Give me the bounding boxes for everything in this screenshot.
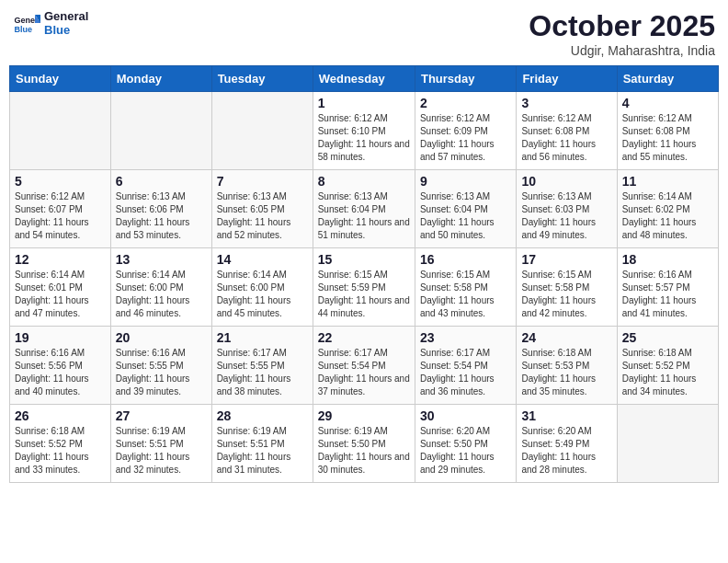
- week-row-5: 26Sunrise: 6:18 AM Sunset: 5:52 PM Dayli…: [10, 405, 719, 483]
- week-row-3: 12Sunrise: 6:14 AM Sunset: 6:01 PM Dayli…: [10, 248, 719, 327]
- calendar-cell: 17Sunrise: 6:15 AM Sunset: 5:58 PM Dayli…: [517, 248, 617, 327]
- day-info: Sunrise: 6:20 AM Sunset: 5:49 PM Dayligh…: [521, 425, 611, 477]
- column-header-wednesday: Wednesday: [313, 66, 415, 92]
- day-number: 4: [622, 96, 713, 110]
- calendar-cell: 24Sunrise: 6:18 AM Sunset: 5:53 PM Dayli…: [517, 327, 617, 405]
- calendar-cell: 21Sunrise: 6:17 AM Sunset: 5:55 PM Dayli…: [211, 327, 313, 405]
- calendar-cell: 14Sunrise: 6:14 AM Sunset: 6:00 PM Dayli…: [211, 248, 313, 327]
- day-number: 23: [420, 330, 511, 345]
- calendar-cell: [617, 405, 718, 483]
- day-info: Sunrise: 6:12 AM Sunset: 6:09 PM Dayligh…: [420, 112, 511, 164]
- day-info: Sunrise: 6:12 AM Sunset: 6:10 PM Dayligh…: [318, 112, 410, 164]
- day-number: 17: [521, 252, 611, 267]
- calendar-cell: 1Sunrise: 6:12 AM Sunset: 6:10 PM Daylig…: [313, 92, 415, 170]
- day-number: 22: [318, 330, 410, 345]
- day-number: 19: [15, 330, 106, 345]
- day-number: 21: [217, 330, 308, 345]
- day-number: 10: [521, 174, 611, 189]
- day-number: 9: [420, 174, 511, 189]
- logo-blue: Blue: [44, 23, 88, 37]
- month-title: October 2025: [529, 9, 715, 43]
- day-info: Sunrise: 6:14 AM Sunset: 6:02 PM Dayligh…: [622, 190, 713, 242]
- day-info: Sunrise: 6:15 AM Sunset: 5:58 PM Dayligh…: [420, 269, 511, 320]
- calendar-cell: 19Sunrise: 6:16 AM Sunset: 5:56 PM Dayli…: [10, 327, 111, 405]
- day-number: 18: [622, 252, 713, 267]
- calendar-cell: 7Sunrise: 6:13 AM Sunset: 6:05 PM Daylig…: [211, 170, 313, 248]
- week-row-1: 1Sunrise: 6:12 AM Sunset: 6:10 PM Daylig…: [10, 92, 719, 170]
- day-info: Sunrise: 6:13 AM Sunset: 6:05 PM Dayligh…: [217, 190, 308, 242]
- day-info: Sunrise: 6:16 AM Sunset: 5:57 PM Dayligh…: [622, 269, 713, 320]
- day-info: Sunrise: 6:12 AM Sunset: 6:08 PM Dayligh…: [521, 112, 611, 164]
- calendar-cell: 25Sunrise: 6:18 AM Sunset: 5:52 PM Dayli…: [617, 327, 718, 405]
- day-number: 29: [318, 408, 410, 423]
- day-info: Sunrise: 6:14 AM Sunset: 6:00 PM Dayligh…: [116, 269, 207, 320]
- day-info: Sunrise: 6:18 AM Sunset: 5:52 PM Dayligh…: [15, 425, 106, 477]
- calendar-cell: 8Sunrise: 6:13 AM Sunset: 6:04 PM Daylig…: [313, 170, 415, 248]
- calendar-cell: [10, 92, 111, 170]
- day-info: Sunrise: 6:15 AM Sunset: 5:59 PM Dayligh…: [318, 269, 410, 320]
- calendar-cell: 26Sunrise: 6:18 AM Sunset: 5:52 PM Dayli…: [10, 405, 111, 483]
- day-info: Sunrise: 6:20 AM Sunset: 5:50 PM Dayligh…: [420, 425, 511, 477]
- column-header-sunday: Sunday: [10, 66, 111, 92]
- calendar-cell: 20Sunrise: 6:16 AM Sunset: 5:55 PM Dayli…: [110, 327, 211, 405]
- calendar-cell: 31Sunrise: 6:20 AM Sunset: 5:49 PM Dayli…: [517, 405, 617, 483]
- week-row-2: 5Sunrise: 6:12 AM Sunset: 6:07 PM Daylig…: [10, 170, 719, 248]
- day-info: Sunrise: 6:16 AM Sunset: 5:56 PM Dayligh…: [15, 347, 106, 398]
- day-info: Sunrise: 6:14 AM Sunset: 6:01 PM Dayligh…: [15, 269, 106, 320]
- calendar-cell: 18Sunrise: 6:16 AM Sunset: 5:57 PM Dayli…: [617, 248, 718, 327]
- calendar-cell: 23Sunrise: 6:17 AM Sunset: 5:54 PM Dayli…: [415, 327, 516, 405]
- day-number: 12: [15, 252, 106, 267]
- svg-text:Blue: Blue: [15, 25, 33, 34]
- day-number: 11: [622, 174, 713, 189]
- calendar-cell: 4Sunrise: 6:12 AM Sunset: 6:08 PM Daylig…: [617, 92, 718, 170]
- day-number: 3: [521, 96, 611, 110]
- day-info: Sunrise: 6:13 AM Sunset: 6:03 PM Dayligh…: [521, 190, 611, 242]
- calendar-cell: 28Sunrise: 6:19 AM Sunset: 5:51 PM Dayli…: [211, 405, 313, 483]
- day-info: Sunrise: 6:16 AM Sunset: 5:55 PM Dayligh…: [116, 347, 207, 398]
- calendar-header-row: SundayMondayTuesdayWednesdayThursdayFrid…: [10, 66, 719, 92]
- day-info: Sunrise: 6:19 AM Sunset: 5:51 PM Dayligh…: [116, 425, 207, 477]
- day-info: Sunrise: 6:13 AM Sunset: 6:04 PM Dayligh…: [420, 190, 511, 242]
- day-info: Sunrise: 6:17 AM Sunset: 5:55 PM Dayligh…: [217, 347, 308, 398]
- day-info: Sunrise: 6:18 AM Sunset: 5:53 PM Dayligh…: [521, 347, 611, 398]
- calendar-cell: 22Sunrise: 6:17 AM Sunset: 5:54 PM Dayli…: [313, 327, 415, 405]
- column-header-monday: Monday: [110, 66, 211, 92]
- calendar-cell: 15Sunrise: 6:15 AM Sunset: 5:59 PM Dayli…: [313, 248, 415, 327]
- day-number: 5: [15, 174, 106, 189]
- column-header-friday: Friday: [517, 66, 617, 92]
- calendar-table: SundayMondayTuesdayWednesdayThursdayFrid…: [9, 65, 719, 483]
- day-number: 30: [420, 408, 511, 423]
- calendar-cell: 2Sunrise: 6:12 AM Sunset: 6:09 PM Daylig…: [415, 92, 516, 170]
- day-number: 26: [15, 408, 106, 423]
- day-info: Sunrise: 6:14 AM Sunset: 6:00 PM Dayligh…: [217, 269, 308, 320]
- calendar-cell: 12Sunrise: 6:14 AM Sunset: 6:01 PM Dayli…: [10, 248, 111, 327]
- day-number: 14: [217, 252, 308, 267]
- calendar-cell: 5Sunrise: 6:12 AM Sunset: 6:07 PM Daylig…: [10, 170, 111, 248]
- title-area: October 2025 Udgir, Maharashtra, India: [529, 9, 715, 58]
- calendar-cell: 29Sunrise: 6:19 AM Sunset: 5:50 PM Dayli…: [313, 405, 415, 483]
- day-info: Sunrise: 6:17 AM Sunset: 5:54 PM Dayligh…: [318, 347, 410, 398]
- day-number: 15: [318, 252, 410, 267]
- calendar-cell: 30Sunrise: 6:20 AM Sunset: 5:50 PM Dayli…: [415, 405, 516, 483]
- calendar-cell: 16Sunrise: 6:15 AM Sunset: 5:58 PM Dayli…: [415, 248, 516, 327]
- logo-general: General: [44, 9, 88, 23]
- day-number: 31: [521, 408, 611, 423]
- day-number: 27: [116, 408, 207, 423]
- calendar-cell: [110, 92, 211, 170]
- location-subtitle: Udgir, Maharashtra, India: [529, 43, 715, 58]
- calendar-cell: 11Sunrise: 6:14 AM Sunset: 6:02 PM Dayli…: [617, 170, 718, 248]
- day-number: 7: [217, 174, 308, 189]
- day-number: 24: [521, 330, 611, 345]
- calendar-cell: 6Sunrise: 6:13 AM Sunset: 6:06 PM Daylig…: [110, 170, 211, 248]
- calendar-cell: [211, 92, 313, 170]
- day-number: 8: [318, 174, 410, 189]
- day-number: 13: [116, 252, 207, 267]
- column-header-saturday: Saturday: [617, 66, 718, 92]
- day-info: Sunrise: 6:17 AM Sunset: 5:54 PM Dayligh…: [420, 347, 511, 398]
- day-number: 20: [116, 330, 207, 345]
- logo-icon: General Blue: [13, 9, 40, 37]
- calendar-cell: 13Sunrise: 6:14 AM Sunset: 6:00 PM Dayli…: [110, 248, 211, 327]
- day-info: Sunrise: 6:12 AM Sunset: 6:07 PM Dayligh…: [15, 190, 106, 242]
- day-info: Sunrise: 6:19 AM Sunset: 5:51 PM Dayligh…: [217, 425, 308, 477]
- column-header-tuesday: Tuesday: [211, 66, 313, 92]
